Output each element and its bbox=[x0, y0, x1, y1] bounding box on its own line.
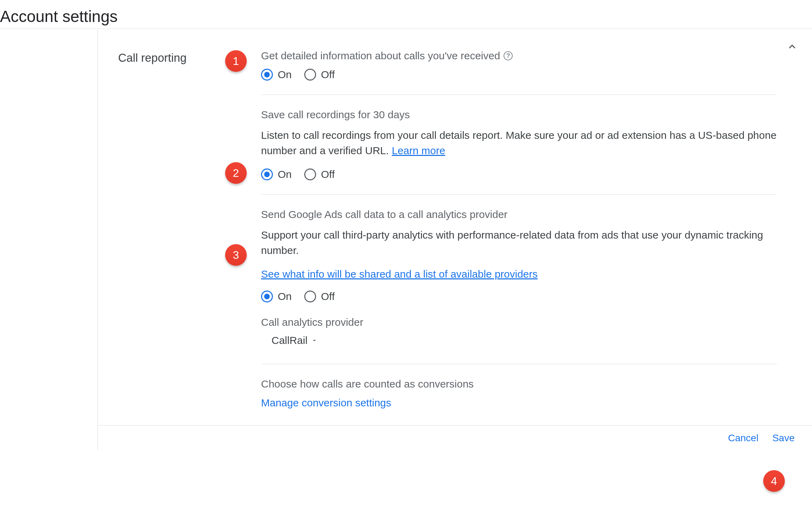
learn-more-link[interactable]: Learn more bbox=[392, 145, 445, 156]
page-title: Account settings bbox=[0, 0, 812, 29]
annotation-badge-3: 3 bbox=[225, 244, 247, 266]
detailed-call-info-block: Get detailed information about calls you… bbox=[261, 50, 777, 95]
save-button[interactable]: Save bbox=[772, 433, 795, 444]
save-recordings-radio-on[interactable]: On bbox=[261, 168, 292, 180]
cancel-button[interactable]: Cancel bbox=[728, 433, 758, 444]
manage-conversion-link[interactable]: Manage conversion settings bbox=[261, 397, 391, 408]
radio-unselected-icon bbox=[304, 291, 316, 302]
radio-unselected-icon bbox=[304, 69, 316, 81]
left-empty-col bbox=[0, 29, 98, 451]
radio-label-on: On bbox=[278, 168, 292, 180]
radio-selected-icon bbox=[261, 168, 273, 180]
provider-select-label: Call analytics provider bbox=[261, 316, 777, 328]
detail-info-radio-on[interactable]: On bbox=[261, 69, 292, 81]
radio-selected-icon bbox=[261, 291, 273, 302]
analytics-title: Send Google Ads call data to a call anal… bbox=[261, 209, 777, 220]
save-recordings-radio-off[interactable]: Off bbox=[304, 168, 335, 180]
analytics-desc: Support your call third-party analytics … bbox=[261, 227, 777, 258]
help-icon[interactable]: ? bbox=[504, 51, 513, 60]
caret-down-icon bbox=[311, 335, 318, 346]
detail-info-title: Get detailed information about calls you… bbox=[261, 50, 500, 62]
chevron-up-icon bbox=[786, 41, 798, 53]
radio-label-off: Off bbox=[321, 168, 335, 180]
save-recordings-title: Save call recordings for 30 days bbox=[261, 109, 777, 121]
providers-info-link[interactable]: See what info will be shared and a list … bbox=[261, 268, 538, 280]
annotation-badge-2: 2 bbox=[225, 162, 247, 184]
radio-label-off: Off bbox=[321, 69, 335, 81]
annotation-badge-1: 1 bbox=[225, 50, 247, 72]
analytics-radio-on[interactable]: On bbox=[261, 291, 292, 302]
save-recordings-desc: Listen to call recordings from your call… bbox=[261, 128, 777, 158]
conversions-title: Choose how calls are counted as conversi… bbox=[261, 378, 777, 390]
radio-label-off: Off bbox=[321, 291, 335, 302]
provider-select[interactable]: CallRail bbox=[261, 335, 777, 346]
detail-info-radio-off[interactable]: Off bbox=[304, 69, 335, 81]
call-reporting-panel: Call reporting Get detailed information … bbox=[98, 29, 812, 451]
radio-label-on: On bbox=[278, 69, 292, 81]
collapse-button[interactable] bbox=[786, 41, 798, 54]
radio-unselected-icon bbox=[304, 168, 316, 180]
annotation-badge-4: 4 bbox=[763, 470, 785, 492]
radio-label-on: On bbox=[278, 291, 292, 302]
analytics-provider-block: Send Google Ads call data to a call anal… bbox=[261, 209, 777, 364]
footer-actions: Cancel Save bbox=[98, 425, 812, 451]
provider-select-value: CallRail bbox=[271, 335, 307, 346]
save-recordings-block: Save call recordings for 30 days Listen … bbox=[261, 109, 777, 195]
analytics-radio-off[interactable]: Off bbox=[304, 291, 335, 302]
radio-selected-icon bbox=[261, 69, 273, 81]
